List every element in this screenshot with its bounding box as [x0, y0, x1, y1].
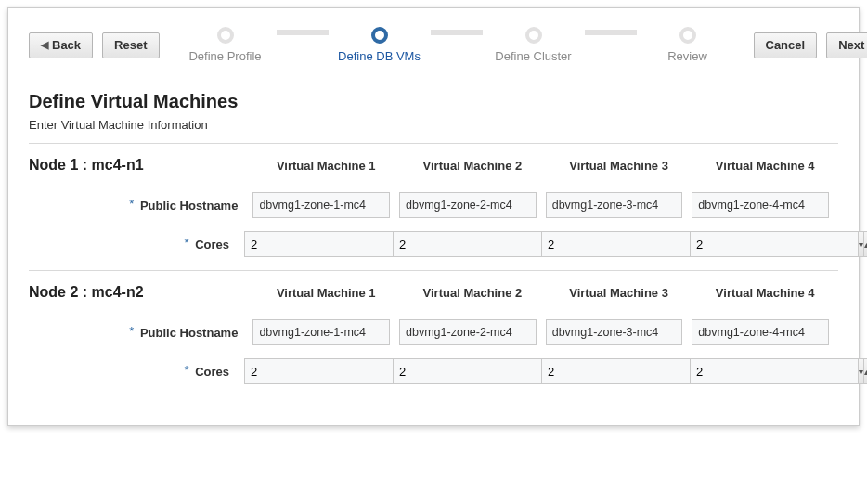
vm-column-header: Virtual Machine 1 — [252, 286, 399, 300]
required-asterisk-icon: * — [129, 197, 134, 211]
vm-column-header: Virtual Machine 2 — [399, 159, 546, 173]
cores-label-text: Cores — [195, 238, 229, 252]
back-button[interactable]: ◀ Back — [29, 32, 93, 58]
cores-input[interactable] — [244, 231, 412, 257]
hostname-input[interactable] — [692, 192, 829, 218]
hostname-input[interactable] — [252, 192, 390, 218]
wizard-step-define-cluster[interactable]: Define Cluster — [483, 27, 585, 63]
cores-input[interactable] — [393, 231, 561, 257]
field-label: * Cores — [29, 238, 244, 252]
wizard-step-define-profile[interactable]: Define Profile — [175, 27, 277, 63]
wizard-step-define-db-vms[interactable]: Define DB VMs — [329, 27, 431, 63]
vm-column-header: Virtual Machine 3 — [546, 286, 692, 300]
chevron-left-icon: ◀ — [41, 39, 48, 51]
vm-column-header: Virtual Machine 4 — [692, 159, 838, 173]
cores-row: * Cores ▾ ▴ ▾ ▴ ▾ — [29, 231, 838, 257]
cores-label-text: Cores — [195, 365, 229, 379]
field-label: * Public Hostname — [29, 199, 252, 213]
hostname-input[interactable] — [546, 319, 683, 345]
vm-column-header: Virtual Machine 2 — [399, 286, 546, 300]
vm-column-header: Virtual Machine 4 — [692, 286, 838, 300]
wizard-connector — [431, 30, 483, 35]
wizard-train: Define Profile Define DB VMs Define Clus… — [175, 27, 739, 63]
separator — [29, 143, 838, 144]
cancel-button-label: Cancel — [766, 38, 806, 52]
wizard-step-label: Review — [667, 49, 707, 63]
field-label: * Cores — [29, 365, 244, 379]
cores-stepper[interactable]: ▾ ▴ — [690, 231, 829, 257]
chevron-down-icon[interactable]: ▾ — [858, 231, 864, 257]
next-button-label: Next — [838, 38, 864, 52]
cancel-button[interactable]: Cancel — [754, 32, 818, 58]
separator — [29, 270, 838, 271]
reset-button-label: Reset — [114, 38, 147, 52]
field-label: * Public Hostname — [29, 326, 252, 340]
node-block-1: Node 1 : mc4-n1 Virtual Machine 1 Virtua… — [29, 157, 838, 257]
node-header-row: Node 1 : mc4-n1 Virtual Machine 1 Virtua… — [29, 157, 838, 174]
cores-row: * Cores ▾ ▴ ▾ ▴ ▾ — [29, 358, 838, 384]
wizard-step-label: Define Cluster — [495, 49, 571, 63]
cores-stepper[interactable]: ▾ ▴ — [244, 231, 383, 257]
cores-stepper[interactable]: ▾ ▴ — [541, 358, 680, 384]
hostname-label-text: Public Hostname — [140, 326, 238, 340]
vm-column-header: Virtual Machine 1 — [252, 159, 399, 173]
required-asterisk-icon: * — [129, 324, 134, 338]
chevron-down-icon[interactable]: ▾ — [858, 358, 864, 384]
cores-input[interactable] — [541, 358, 709, 384]
cores-stepper[interactable]: ▾ ▴ — [541, 231, 680, 257]
cores-input[interactable] — [690, 231, 858, 257]
wizard-connector — [585, 30, 637, 35]
node-title: Node 2 : mc4-n2 — [29, 284, 252, 301]
node-block-2: Node 2 : mc4-n2 Virtual Machine 1 Virtua… — [29, 284, 838, 384]
hostname-input[interactable] — [692, 319, 829, 345]
hostname-input[interactable] — [252, 319, 390, 345]
cores-stepper[interactable]: ▾ ▴ — [244, 358, 383, 384]
reset-button[interactable]: Reset — [102, 32, 159, 58]
cores-input[interactable] — [541, 231, 709, 257]
page-subtitle: Enter Virtual Machine Information — [29, 118, 838, 132]
hostname-input[interactable] — [399, 319, 537, 345]
hostname-row: * Public Hostname — [29, 319, 838, 345]
node-title: Node 1 : mc4-n1 — [29, 157, 252, 174]
hostname-input[interactable] — [399, 192, 537, 218]
wizard-step-review[interactable]: Review — [637, 27, 739, 63]
cores-stepper[interactable]: ▾ ▴ — [393, 231, 532, 257]
back-button-label: Back — [52, 38, 81, 52]
wizard-step-label: Define DB VMs — [338, 49, 421, 63]
wizard-step-label: Define Profile — [188, 49, 261, 63]
hostname-row: * Public Hostname — [29, 192, 838, 218]
required-asterisk-icon: * — [184, 363, 188, 377]
cores-stepper[interactable]: ▾ ▴ — [690, 358, 829, 384]
cores-input[interactable] — [244, 358, 412, 384]
wizard-connector — [277, 30, 329, 35]
required-asterisk-icon: * — [184, 236, 188, 250]
cores-input[interactable] — [393, 358, 561, 384]
wizard-row: Define Profile Define DB VMs Define Clus… — [175, 27, 739, 63]
cores-stepper[interactable]: ▾ ▴ — [393, 358, 532, 384]
hostname-input[interactable] — [546, 192, 683, 218]
cores-input[interactable] — [690, 358, 858, 384]
step-circle-icon — [525, 27, 542, 44]
toolbar-right: Cancel Next ▶ — [754, 32, 868, 58]
main-frame: ◀ Back Reset Define Profile Define DB VM… — [7, 7, 860, 426]
next-button[interactable]: Next ▶ — [826, 32, 867, 58]
vm-column-header: Virtual Machine 3 — [546, 159, 692, 173]
hostname-label-text: Public Hostname — [140, 199, 238, 213]
step-circle-icon — [217, 27, 234, 44]
node-header-row: Node 2 : mc4-n2 Virtual Machine 1 Virtua… — [29, 284, 838, 301]
step-circle-icon — [371, 27, 388, 44]
page-title: Define Virtual Machines — [29, 91, 838, 112]
top-toolbar: ◀ Back Reset Define Profile Define DB VM… — [29, 27, 838, 63]
step-circle-icon — [679, 27, 696, 44]
